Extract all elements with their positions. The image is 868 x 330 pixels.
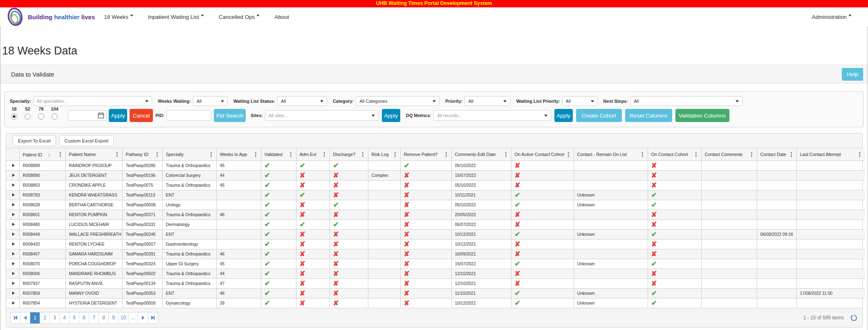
refresh-icon[interactable] xyxy=(850,314,857,321)
col-header-risk-log[interactable]: Risk Log⋮ xyxy=(368,148,400,160)
filter-select-waiting-list-priority[interactable]: All xyxy=(562,96,598,106)
row-expander[interactable] xyxy=(6,190,19,200)
radio-weeks-104[interactable] xyxy=(52,113,58,120)
dq-metrics-select[interactable]: All records... xyxy=(433,110,551,121)
apply-date-button[interactable]: Apply xyxy=(109,109,127,122)
column-menu-icon[interactable]: ⋮ xyxy=(114,151,120,157)
column-menu-icon[interactable]: ⋮ xyxy=(360,151,366,157)
radio-weeks-78[interactable] xyxy=(38,113,44,120)
row-expander[interactable] xyxy=(6,259,19,269)
row-expander[interactable] xyxy=(6,170,19,180)
col-header-contact-date[interactable]: Contact Date⋮ xyxy=(757,148,796,160)
pager-page-8[interactable]: 8 xyxy=(99,312,109,323)
column-menu-icon[interactable]: ⋮ xyxy=(393,151,398,157)
filter-select-category[interactable]: All Categories xyxy=(356,96,440,106)
col-header-patient-name[interactable]: Patient Name⋮ xyxy=(65,148,122,160)
filter-select-next-steps[interactable]: All xyxy=(630,96,742,106)
nav-item-cancelled-ops[interactable]: Cancelled Ops xyxy=(219,14,260,20)
col-header-weeks-to-app[interactable]: Weeks to App⋮ xyxy=(216,148,261,160)
column-menu-icon[interactable]: ⋮ xyxy=(444,151,449,157)
row-expander[interactable] xyxy=(6,229,19,239)
calendar-icon[interactable] xyxy=(98,112,104,119)
col-header-patient-id[interactable]: Patient ID↓⋮ xyxy=(19,148,65,160)
column-menu-icon[interactable]: ⋮ xyxy=(749,151,755,157)
filter-select-specialty[interactable]: All specialties... xyxy=(33,96,152,106)
column-menu-icon[interactable]: ⋮ xyxy=(789,151,794,157)
col-header-comments-edit-date[interactable]: Comments Edit Date⋮ xyxy=(451,148,511,160)
nav-item-administration[interactable]: Administration xyxy=(812,14,862,20)
column-menu-icon[interactable]: ⋮ xyxy=(209,151,214,157)
column-menu-icon[interactable]: ⋮ xyxy=(640,151,646,157)
nav-item-inpatient-waiting-list[interactable]: Inpatient Waiting List xyxy=(148,14,204,20)
row-expander[interactable] xyxy=(6,239,19,249)
pager-page-7[interactable]: 7 xyxy=(89,312,99,323)
row-expander[interactable] xyxy=(6,278,19,288)
col-header-validated[interactable]: Validated⋮ xyxy=(261,148,296,160)
pager-page-9[interactable]: 9 xyxy=(109,312,119,323)
col-header-adm-evt[interactable]: Adm Evt⋮ xyxy=(296,148,330,160)
pager-page-10[interactable]: 10 xyxy=(119,312,128,323)
col-header-contact-remain-on-list[interactable]: Contact - Remain On List⋮ xyxy=(574,148,648,160)
filter-select-weeks-waiting[interactable]: All xyxy=(193,96,228,106)
pager-next-button[interactable] xyxy=(138,312,148,323)
column-menu-icon[interactable]: ⋮ xyxy=(693,151,699,157)
apply-dq-button[interactable]: Apply xyxy=(554,109,573,122)
cell-weeks_to_app: 46 xyxy=(216,288,261,298)
col-header-pathway-id[interactable]: Pathway ID⋮ xyxy=(122,148,162,160)
radio-weeks-52[interactable] xyxy=(25,113,31,120)
row-expander[interactable] xyxy=(6,210,19,219)
sites-select[interactable]: All sites... xyxy=(265,110,379,121)
nav-item-about[interactable]: About xyxy=(274,14,289,20)
cancel-button[interactable]: Cancel xyxy=(130,109,153,122)
row-expander[interactable] xyxy=(6,288,19,298)
row-expander[interactable] xyxy=(6,269,19,278)
cell-patient_name: RAINDROP PIGSOUP xyxy=(65,160,122,170)
row-expander[interactable] xyxy=(6,219,19,229)
create-cohort-button[interactable]: Create Cohort xyxy=(576,109,622,122)
row-expander[interactable] xyxy=(6,200,19,210)
pager-page-6[interactable]: 6 xyxy=(79,312,89,323)
col-header-specialty[interactable]: Specialty⋮ xyxy=(162,148,216,160)
col-header-on-active-contact-cohort[interactable]: On Active Contact Cohort⋮ xyxy=(511,148,574,160)
pid-search-button[interactable]: Pid Search xyxy=(214,109,246,122)
custom-excel-export-button[interactable]: Custom Excel Export xyxy=(59,135,114,146)
column-menu-icon[interactable]: ⋮ xyxy=(322,151,327,157)
row-expander[interactable] xyxy=(6,160,19,170)
pager-page-4[interactable]: 4 xyxy=(60,312,70,323)
pager-prev-button[interactable] xyxy=(20,312,30,323)
reset-columns-button[interactable]: Reset Columns xyxy=(625,109,672,122)
brand-logo[interactable]: Building healthier lives xyxy=(6,7,95,26)
pid-input[interactable] xyxy=(166,110,211,121)
filter-select-waiting-list-status[interactable]: All xyxy=(277,96,327,106)
column-menu-icon[interactable]: ⋮ xyxy=(566,151,572,157)
pager-first-button[interactable] xyxy=(11,312,20,323)
radio-weeks-18[interactable] xyxy=(11,113,17,120)
nav-item-18-weeks[interactable]: 18 Weeks xyxy=(104,14,133,20)
pager-more-button[interactable]: ... xyxy=(128,312,138,323)
pager-page-3[interactable]: 3 xyxy=(50,312,60,323)
date-input[interactable] xyxy=(68,110,106,121)
help-button[interactable]: Help xyxy=(842,68,863,81)
row-expander[interactable] xyxy=(6,298,19,308)
apply-sites-button[interactable]: Apply xyxy=(382,109,400,122)
col-header-last-contact-attempt[interactable]: Last Contact Attempt⋮ xyxy=(796,148,865,160)
row-expander[interactable] xyxy=(6,249,19,259)
export-to-excel-button[interactable]: Export To Excel xyxy=(13,135,56,146)
column-menu-icon[interactable]: ⋮ xyxy=(155,151,160,157)
row-expander[interactable] xyxy=(6,180,19,190)
column-menu-icon[interactable]: ⋮ xyxy=(288,151,294,157)
pager-last-button[interactable] xyxy=(148,312,158,323)
column-menu-icon[interactable]: ⋮ xyxy=(503,151,509,157)
validation-columns-button[interactable]: Validation Columns xyxy=(675,109,729,122)
filter-select-priority[interactable]: All xyxy=(464,96,510,106)
col-header-contact-comments[interactable]: Contact Comments⋮ xyxy=(701,148,757,160)
col-header-on-contact-cohort[interactable]: On Contact Cohort⋮ xyxy=(648,148,701,160)
column-menu-icon[interactable]: ⋮ xyxy=(58,151,63,157)
pager-page-5[interactable]: 5 xyxy=(70,312,79,323)
col-header-remove-patient[interactable]: Remove Patient?⋮ xyxy=(400,148,451,160)
col-header-discharge[interactable]: Discharge?⋮ xyxy=(330,148,368,160)
column-menu-icon[interactable]: ⋮ xyxy=(857,151,863,157)
column-menu-icon[interactable]: ⋮ xyxy=(253,151,259,157)
pager-page-2[interactable]: 2 xyxy=(40,312,50,323)
pager-page-1[interactable]: 1 xyxy=(30,312,40,323)
